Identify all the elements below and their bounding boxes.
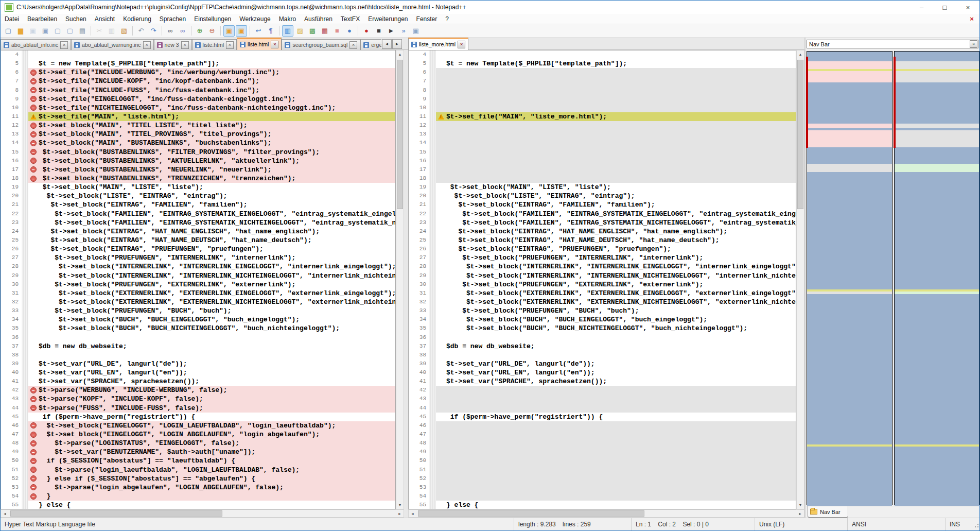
code-line[interactable]: 42−$t->parse("WERBUNG", "INCLUDE-WERBUNG… — [1, 386, 395, 395]
code-line[interactable]: 10−$t->set_file("NICHTEINGELOGGT", "inc/… — [1, 104, 395, 112]
line-number[interactable]: 37 — [409, 342, 429, 351]
code-line[interactable]: 39$t->set_var("URL_DE", langurl("de")); — [1, 359, 395, 368]
code-text[interactable]: $t->set_block("INTERNERLINK", "INTERNERL… — [39, 262, 395, 271]
line-number[interactable]: 5 — [409, 59, 429, 68]
bookmark-margin[interactable] — [22, 474, 28, 483]
code-text[interactable]: $t->set_block("LISTE", "EINTRAG", "eintr… — [446, 192, 796, 200]
line-number[interactable]: 46 — [1, 421, 22, 430]
menu-item-ausf-hren[interactable]: Ausführen — [300, 14, 337, 24]
line-number[interactable]: 52 — [1, 474, 22, 483]
line-number[interactable]: 10 — [1, 104, 22, 112]
macro-play-icon[interactable]: ► — [386, 25, 397, 37]
line-number[interactable]: 55 — [409, 501, 429, 509]
line-number[interactable]: 45 — [1, 413, 22, 421]
pane-splitter[interactable] — [404, 50, 408, 518]
code-line[interactable]: 26 $t->set_block("EINTRAG", "PRUEFUNGEN"… — [409, 245, 796, 253]
left-editor-pane[interactable]: 45$t = new Template($_PHPLIB["template_p… — [1, 50, 396, 509]
code-text[interactable]: $t->set_file("NICHTEINGELOGGT", "inc/fus… — [39, 104, 395, 112]
line-number[interactable]: 19 — [1, 183, 22, 192]
code-text[interactable]: $t->set_block("BUCH", "BUCH_EINGELOGGT",… — [446, 315, 796, 324]
bookmark-margin[interactable] — [22, 333, 28, 342]
bookmark-margin[interactable] — [22, 112, 28, 121]
code-line[interactable]: 46− $t->set_block("EINGELOGGT", "LOGIN_L… — [1, 421, 395, 430]
tab-close-icon[interactable]: × — [271, 41, 278, 48]
line-number[interactable]: 40 — [409, 368, 429, 377]
code-line[interactable]: 42 — [409, 386, 796, 395]
line-number[interactable]: 51 — [409, 466, 429, 474]
code-text[interactable]: $t->set_block("INTERNERLINK", "INTERNERL… — [446, 271, 796, 280]
line-number[interactable]: 52 — [409, 474, 429, 483]
document-map-icon[interactable]: ▦ — [319, 25, 330, 37]
code-line[interactable]: 52− } else if ($_SESSION["abostatus"] ==… — [1, 474, 395, 483]
code-text[interactable]: $t->set_var("URL_EN", langurl("en")); — [39, 368, 395, 377]
line-number[interactable]: 4 — [409, 50, 429, 59]
bookmark-margin[interactable] — [429, 165, 436, 174]
line-number[interactable]: 12 — [1, 121, 22, 130]
code-line[interactable]: 34 $t->set_block("BUCH", "BUCH_EINGELOGG… — [1, 315, 395, 324]
code-text[interactable] — [446, 86, 796, 95]
code-line[interactable]: 9−$t->set_file("EINGELOGGT", "inc/fuss-d… — [1, 95, 395, 104]
code-line[interactable]: 12−$t->set_block("MAIN", "TITEL_LISTE", … — [1, 121, 395, 130]
bookmark-margin[interactable] — [429, 59, 436, 68]
code-line[interactable]: 11$t->set_file("MAIN", "liste.html"); — [1, 112, 395, 121]
code-text[interactable] — [446, 448, 796, 456]
bookmark-margin[interactable] — [22, 359, 28, 368]
code-text[interactable]: $t = new Template($_PHPLIB["template_pat… — [446, 59, 796, 68]
code-text[interactable]: $t->set_block("PRUEFUNGEN", "BUCH", "buc… — [39, 306, 395, 315]
bookmark-margin[interactable] — [429, 289, 436, 298]
line-number[interactable]: 29 — [1, 271, 22, 280]
code-text[interactable]: $t->set_block("MAIN", "TITEL_LISTE", "ti… — [39, 121, 395, 130]
bookmark-margin[interactable] — [22, 395, 28, 403]
code-text[interactable]: $t->set_block("MAIN", "BUSTABENLINKS", "… — [39, 139, 395, 147]
code-line[interactable]: 23 $t->set_block("FAMILIEN", "EINTRAG_SY… — [409, 218, 796, 227]
line-number[interactable]: 22 — [409, 210, 429, 218]
code-line[interactable]: 32 $t->set_block("EXTERNERLINK", "EXTERN… — [409, 298, 796, 306]
tab-close-icon[interactable]: × — [226, 41, 234, 49]
status-insert-mode[interactable]: INS — [946, 518, 970, 530]
code-line[interactable]: 4 — [409, 50, 796, 59]
code-text[interactable] — [39, 333, 395, 342]
code-text[interactable] — [446, 483, 796, 492]
bookmark-margin[interactable] — [429, 501, 436, 509]
scroll-down-icon[interactable]: ▼ — [396, 501, 404, 509]
code-line[interactable]: 17 — [409, 165, 796, 174]
line-number[interactable]: 22 — [1, 210, 22, 218]
save-all-icon[interactable]: ▣ — [40, 25, 51, 37]
code-text[interactable]: $t->set_file("MAIN", "liste_more.html"); — [446, 112, 796, 121]
bookmark-margin[interactable] — [429, 386, 436, 395]
code-text[interactable]: $t->set_block("PRUEFUNGEN", "BUCH", "buc… — [446, 306, 796, 315]
document-switcher-icon[interactable]: ■ — [331, 25, 343, 37]
bookmark-margin[interactable] — [22, 448, 28, 456]
macro-record-icon[interactable]: ● — [361, 25, 372, 37]
code-text[interactable] — [446, 395, 796, 403]
code-text[interactable]: $t->set_block("BUCH", "BUCH_NICHTEINGELO… — [446, 324, 796, 333]
bookmark-margin[interactable] — [429, 112, 436, 121]
copy-icon[interactable]: ▥ — [106, 25, 117, 37]
left-vertical-scrollbar[interactable]: ▲▼ — [396, 50, 404, 509]
tab-close-icon[interactable]: × — [181, 41, 189, 49]
tab-close-icon[interactable]: × — [60, 41, 68, 49]
code-line[interactable]: 22 $t->set_block("FAMILIEN", "EINTRAG_SY… — [1, 210, 395, 218]
bookmark-margin[interactable] — [22, 492, 28, 501]
bookmark-margin[interactable] — [429, 306, 436, 315]
line-number[interactable]: 39 — [409, 359, 429, 368]
code-line[interactable]: 21 $t->set_block("EINTRAG", "FAMILIEN", … — [409, 200, 796, 209]
nav-map-left-file[interactable] — [807, 51, 892, 505]
line-number[interactable]: 48 — [1, 439, 22, 448]
menu-item-kodierung[interactable]: Kodierung — [119, 14, 155, 24]
code-line[interactable]: 44 — [409, 404, 796, 413]
code-text[interactable]: $t->set_block("PRUEFUNGEN", "INTERNERLIN… — [446, 253, 796, 262]
code-line[interactable]: 18− $t->set_block("BUSTABENLINKS", "TREN… — [1, 174, 395, 183]
code-text[interactable]: if ($perm->have_perm("registriert")) { — [39, 413, 395, 421]
code-line[interactable]: 15 — [409, 148, 796, 157]
save-icon[interactable]: ▣ — [27, 25, 39, 37]
code-text[interactable] — [446, 130, 796, 139]
code-line[interactable]: 54 — [409, 492, 796, 501]
code-line[interactable]: 50 — [409, 456, 796, 465]
scroll-left-icon[interactable]: ◄ — [1, 510, 9, 517]
bookmark-margin[interactable] — [22, 351, 28, 359]
bookmark-margin[interactable] — [22, 466, 28, 474]
redo-icon[interactable]: ↷ — [148, 25, 159, 37]
bookmark-margin[interactable] — [22, 368, 28, 377]
line-number[interactable]: 43 — [1, 395, 22, 403]
